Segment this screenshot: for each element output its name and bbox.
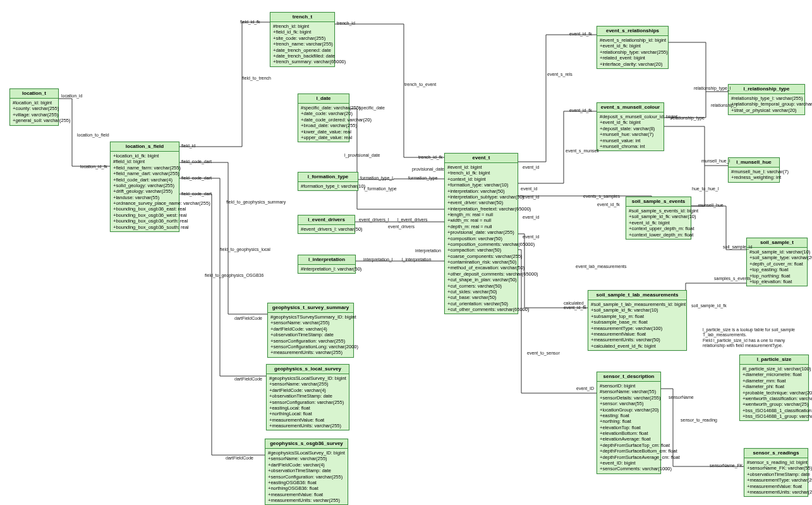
- label-formation-type: formation_type: [408, 176, 437, 180]
- label-formation-type-l: formation_type_l: [360, 176, 393, 180]
- label-field-code-dart-2: field_code_dart: [181, 176, 212, 180]
- label-l-interpretation: l_interpretation: [402, 257, 431, 262]
- er-diagram-canvas: location_t #location_id: bigint +county:…: [0, 0, 812, 505]
- entity-l-particle-size: l_particle_size #l_particle_size_id: var…: [739, 355, 809, 421]
- entity-soil-sample-t: soil_sample_t #soil_sample_id: varchar(1…: [746, 238, 808, 286]
- label-munsell-hue-l: munsell_hue_l: [701, 159, 730, 163]
- label-trench-to-event: trench_to_event: [404, 82, 436, 87]
- entity-event-s-relationships: event_s_relationships #event_s_relations…: [597, 26, 669, 69]
- entity-soil-sample-s-events: soil_sample_s_events #soil_sample_s_even…: [626, 197, 691, 240]
- label-event-to-sensor: event_to_sensor: [527, 351, 560, 355]
- entity-soil-sample-t-lab-measurements: soil_sample_t_lab_measurements #soil_sam…: [588, 290, 687, 351]
- entity-geophysics-t-survey-summary: geophysics_t_survey_summary #geophysicsT…: [267, 303, 354, 358]
- entity-geophysics-s-osgb36-survey: geophysics_s_osgb36_survey #geophysicsSL…: [265, 439, 348, 505]
- label-eidfk-1: event_id_fk: [569, 32, 592, 36]
- label-eidfk-3: event_id_fk: [597, 202, 620, 207]
- label-calceidfk: calculated_ event_id_fk: [564, 301, 586, 310]
- label-interpretation-l: interpretation_l: [363, 257, 392, 262]
- label-location-id-fk: location_id_fk: [80, 164, 107, 169]
- label-trench-id: trench_id: [337, 21, 355, 25]
- label-sensor-to-reading: sensor_to_reading: [681, 418, 717, 422]
- label-eid-5: event_id: [523, 234, 539, 239]
- label-field-code-dart-3: field_code_dart: [181, 192, 212, 196]
- label-relationship-type: relationship_type: [671, 116, 705, 120]
- entity-trench-t: trench_t #trench_id: bigint +field_id_fk…: [270, 12, 335, 67]
- label-events-s-samples: events_s_samples: [583, 194, 620, 198]
- entity-location-t: location_t #location_id: bigint +county:…: [9, 88, 59, 126]
- label-event-ID-cap: event_ID: [576, 386, 594, 391]
- label-ftl: field_to_geophysics_local: [220, 247, 270, 252]
- entity-l-event-drivers: l_event_drivers #event_drivers_l: varcha…: [298, 215, 355, 234]
- label-event-drivers-l: event_drivers_l: [359, 217, 389, 222]
- label-dartcode-3: dartFieldCode: [226, 456, 253, 460]
- label-field-code-dart-1: field_code_dart: [181, 159, 212, 164]
- entity-body: #location_id: bigint +county: varchar(25…: [10, 99, 58, 125]
- entity-l-date: l_date #specific_date: varchar(255) +dat…: [298, 94, 349, 142]
- label-relationship-type-l: relationship_type_l: [694, 86, 730, 90]
- label-relationship-l: relationship_l: [711, 103, 737, 107]
- label-samples-s-events: samples_s_events: [714, 276, 751, 281]
- label-eid-4: event_id: [523, 215, 539, 219]
- label-fto: field_to_geophysics_OSGB36: [205, 273, 264, 277]
- label-provisional-date: provisional_date: [412, 167, 444, 171]
- entity-l-munsell-hue: l_munsell_hue #munsell_hue_l: varchar(7)…: [728, 157, 780, 183]
- entity-location-s-field: location_s_field +location_id_fk: bigint…: [110, 142, 179, 232]
- entity-sensor-t-description: sensor_t_description #sensorID: bigint #…: [597, 372, 661, 474]
- label-l-event-drivers: l_event_drivers: [397, 217, 427, 222]
- label-soil-sample-idfk: soil_sample_id_fk: [691, 303, 727, 308]
- label-l-provisional-date: l_provisional_date: [344, 153, 380, 157]
- entity-l-formation-type: l_formation_type #formation_type_l: varc…: [298, 172, 358, 191]
- label-specific-date: specific_date: [359, 106, 385, 110]
- entity-title: location_t: [10, 89, 58, 99]
- label-event-lab: event_lab_measurements: [576, 264, 627, 269]
- label-dartcode-1: dartFieldCode: [234, 316, 262, 320]
- label-field-id: field_id: [181, 143, 195, 148]
- entity-event-s-munsell-colour: event_s_munsell_colour #deposit_s_munsel…: [597, 102, 664, 151]
- label-eid-3: event_id: [523, 195, 539, 199]
- label-hue-to-hue-l: hue_to_hue_l: [692, 186, 718, 191]
- label-event-s-munsell: event_s_munsell: [566, 149, 599, 153]
- label-eidfk-2: event_id_fk: [569, 108, 592, 113]
- label-sensorname-fk: sensorName_FK: [710, 463, 743, 468]
- label-location-id: location_id: [61, 94, 82, 98]
- entity-sensor-s-readings: sensor_s_readings #sensor_s_reading_id: …: [744, 448, 808, 497]
- entity-l-relationship-type: l_relationship_type #relationship_type_l…: [728, 84, 805, 115]
- label-eid-1: event_id: [521, 186, 537, 191]
- entity-geophysics-s-local-survey: geophysics_s_local_survey #geophysicsSLo…: [266, 364, 349, 430]
- label-field-id-fk: field_id_fk: [240, 20, 260, 24]
- label-eid-2: event_id: [523, 165, 539, 169]
- relationship-lines: [0, 0, 812, 505]
- label-fts: field_to_geophysics_summary: [226, 200, 286, 204]
- entity-l-interpretation: l_interpretation #interpretation_l: varc…: [298, 255, 356, 274]
- label-sensorname: sensorName: [669, 395, 694, 399]
- label-event-s-rels: event_s_rels: [547, 72, 573, 76]
- label-event-drivers: event_drivers: [388, 224, 415, 229]
- label-dartcode-2: dartFieldCode: [234, 377, 262, 381]
- label-munsell-hue: munsell_hue: [698, 203, 724, 207]
- label-interpretation: interpretation: [415, 248, 441, 253]
- note-particle-size: l_particle_size is a lookup table for so…: [703, 327, 807, 349]
- label-field-to-trench: field_to_trench: [242, 76, 271, 80]
- label-soil-sample-id: soil_sample_id: [723, 245, 752, 249]
- label-trench-id-fk: trench_id_fk: [418, 155, 442, 159]
- entity-event-t: event_t #event_id: bigint +trench_id_fk:…: [444, 153, 518, 314]
- label-l-formation-type: l_formation_type: [364, 186, 397, 191]
- label-location-to-field: location_to_field: [77, 133, 109, 137]
